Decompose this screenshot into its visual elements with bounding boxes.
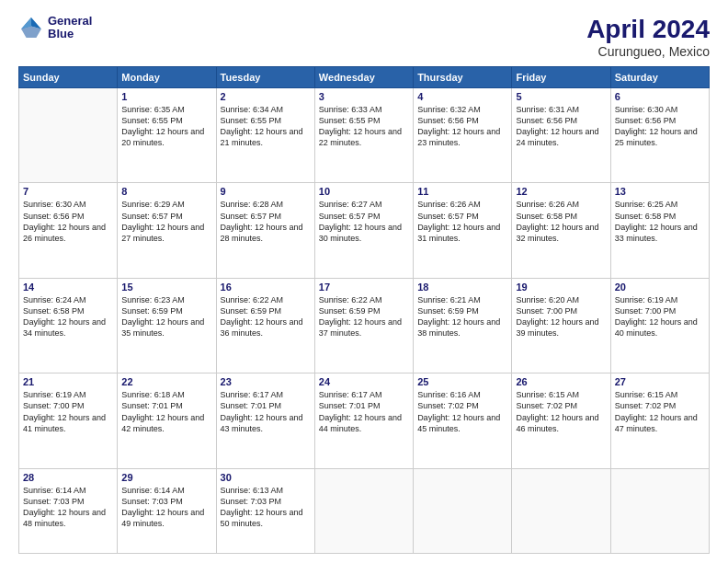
day-number: 17 [319, 282, 409, 293]
day-info: Sunrise: 6:21 AM Sunset: 6:59 PM Dayligh… [417, 294, 507, 339]
day-info: Sunrise: 6:31 AM Sunset: 6:56 PM Dayligh… [516, 104, 606, 149]
calendar-cell [414, 468, 512, 553]
day-number: 15 [121, 282, 211, 293]
day-number: 24 [319, 376, 409, 387]
logo-line1: General [48, 15, 92, 28]
day-number: 2 [221, 91, 311, 102]
day-info: Sunrise: 6:18 AM Sunset: 7:01 PM Dayligh… [121, 389, 211, 434]
day-number: 6 [615, 91, 705, 102]
day-info: Sunrise: 6:29 AM Sunset: 6:57 PM Dayligh… [121, 199, 211, 244]
day-number: 27 [615, 376, 705, 387]
day-number: 1 [121, 91, 211, 102]
calendar-cell: 18Sunrise: 6:21 AM Sunset: 6:59 PM Dayli… [414, 278, 512, 373]
calendar-cell [314, 468, 413, 553]
logo-icon [18, 15, 44, 40]
day-number: 18 [417, 282, 507, 293]
day-info: Sunrise: 6:33 AM Sunset: 6:55 PM Dayligh… [319, 104, 409, 149]
day-info: Sunrise: 6:30 AM Sunset: 6:56 PM Dayligh… [615, 104, 705, 149]
calendar-cell: 25Sunrise: 6:16 AM Sunset: 7:02 PM Dayli… [414, 373, 512, 468]
day-number: 9 [221, 186, 311, 197]
calendar-cell [19, 88, 118, 183]
calendar-cell: 1Sunrise: 6:35 AM Sunset: 6:55 PM Daylig… [118, 88, 216, 183]
day-number: 7 [23, 186, 113, 197]
day-info: Sunrise: 6:24 AM Sunset: 6:58 PM Dayligh… [23, 294, 113, 339]
day-number: 29 [121, 472, 211, 483]
day-info: Sunrise: 6:30 AM Sunset: 6:56 PM Dayligh… [23, 199, 113, 244]
day-info: Sunrise: 6:26 AM Sunset: 6:57 PM Dayligh… [417, 199, 507, 244]
calendar-cell: 9Sunrise: 6:28 AM Sunset: 6:57 PM Daylig… [216, 183, 314, 278]
page: General Blue April 2024 Curungueo, Mexic… [0, 0, 728, 563]
day-info: Sunrise: 6:14 AM Sunset: 7:03 PM Dayligh… [23, 485, 113, 530]
day-info: Sunrise: 6:22 AM Sunset: 6:59 PM Dayligh… [221, 294, 311, 339]
calendar-cell: 21Sunrise: 6:19 AM Sunset: 7:00 PM Dayli… [19, 373, 118, 468]
day-number: 25 [417, 376, 507, 387]
calendar-cell: 20Sunrise: 6:19 AM Sunset: 7:00 PM Dayli… [610, 278, 709, 373]
day-number: 14 [23, 282, 113, 293]
day-info: Sunrise: 6:19 AM Sunset: 7:00 PM Dayligh… [23, 389, 113, 434]
day-number: 10 [319, 186, 409, 197]
day-info: Sunrise: 6:14 AM Sunset: 7:03 PM Dayligh… [121, 485, 211, 530]
calendar-week-row: 14Sunrise: 6:24 AM Sunset: 6:58 PM Dayli… [19, 278, 710, 373]
day-info: Sunrise: 6:22 AM Sunset: 6:59 PM Dayligh… [319, 294, 409, 339]
calendar-cell: 11Sunrise: 6:26 AM Sunset: 6:57 PM Dayli… [414, 183, 512, 278]
calendar-table: SundayMondayTuesdayWednesdayThursdayFrid… [18, 66, 710, 554]
day-info: Sunrise: 6:15 AM Sunset: 7:02 PM Dayligh… [516, 389, 606, 434]
calendar-cell: 5Sunrise: 6:31 AM Sunset: 6:56 PM Daylig… [512, 88, 610, 183]
weekday-header: Monday [118, 67, 216, 88]
day-info: Sunrise: 6:32 AM Sunset: 6:56 PM Dayligh… [417, 104, 507, 149]
day-info: Sunrise: 6:35 AM Sunset: 6:55 PM Dayligh… [121, 104, 211, 149]
weekday-header: Wednesday [314, 67, 413, 88]
day-number: 4 [417, 91, 507, 102]
subtitle: Curungueo, Mexico [586, 44, 710, 59]
header: General Blue April 2024 Curungueo, Mexic… [18, 15, 710, 59]
main-title: April 2024 [586, 15, 710, 44]
day-number: 3 [319, 91, 409, 102]
logo-text: General Blue [48, 15, 92, 41]
calendar-cell: 23Sunrise: 6:17 AM Sunset: 7:01 PM Dayli… [216, 373, 314, 468]
calendar-cell: 15Sunrise: 6:23 AM Sunset: 6:59 PM Dayli… [118, 278, 216, 373]
calendar-cell: 3Sunrise: 6:33 AM Sunset: 6:55 PM Daylig… [314, 88, 413, 183]
day-number: 21 [23, 376, 113, 387]
calendar-week-row: 21Sunrise: 6:19 AM Sunset: 7:00 PM Dayli… [19, 373, 710, 468]
calendar-week-row: 1Sunrise: 6:35 AM Sunset: 6:55 PM Daylig… [19, 88, 710, 183]
day-number: 20 [615, 282, 705, 293]
calendar-cell: 17Sunrise: 6:22 AM Sunset: 6:59 PM Dayli… [314, 278, 413, 373]
day-number: 19 [516, 282, 606, 293]
day-info: Sunrise: 6:13 AM Sunset: 7:03 PM Dayligh… [221, 485, 311, 530]
day-info: Sunrise: 6:16 AM Sunset: 7:02 PM Dayligh… [417, 389, 507, 434]
day-number: 16 [221, 282, 311, 293]
calendar-cell: 22Sunrise: 6:18 AM Sunset: 7:01 PM Dayli… [118, 373, 216, 468]
weekday-header: Sunday [19, 67, 118, 88]
calendar-cell: 2Sunrise: 6:34 AM Sunset: 6:55 PM Daylig… [216, 88, 314, 183]
day-number: 12 [516, 186, 606, 197]
day-info: Sunrise: 6:17 AM Sunset: 7:01 PM Dayligh… [221, 389, 311, 434]
weekday-header: Tuesday [216, 67, 314, 88]
day-number: 26 [516, 376, 606, 387]
weekday-header: Saturday [610, 67, 709, 88]
day-number: 28 [23, 472, 113, 483]
calendar-cell: 10Sunrise: 6:27 AM Sunset: 6:57 PM Dayli… [314, 183, 413, 278]
day-info: Sunrise: 6:34 AM Sunset: 6:55 PM Dayligh… [221, 104, 311, 149]
calendar-cell [610, 468, 709, 553]
weekday-header: Friday [512, 67, 610, 88]
day-number: 5 [516, 91, 606, 102]
calendar-cell: 19Sunrise: 6:20 AM Sunset: 7:00 PM Dayli… [512, 278, 610, 373]
day-number: 11 [417, 186, 507, 197]
day-info: Sunrise: 6:27 AM Sunset: 6:57 PM Dayligh… [319, 199, 409, 244]
calendar-cell: 7Sunrise: 6:30 AM Sunset: 6:56 PM Daylig… [19, 183, 118, 278]
title-area: April 2024 Curungueo, Mexico [586, 15, 710, 59]
calendar-week-row: 28Sunrise: 6:14 AM Sunset: 7:03 PM Dayli… [19, 468, 710, 553]
calendar-cell: 13Sunrise: 6:25 AM Sunset: 6:58 PM Dayli… [610, 183, 709, 278]
day-info: Sunrise: 6:20 AM Sunset: 7:00 PM Dayligh… [516, 294, 606, 339]
logo: General Blue [18, 15, 92, 41]
day-info: Sunrise: 6:17 AM Sunset: 7:01 PM Dayligh… [319, 389, 409, 434]
calendar-cell: 8Sunrise: 6:29 AM Sunset: 6:57 PM Daylig… [118, 183, 216, 278]
calendar-week-row: 7Sunrise: 6:30 AM Sunset: 6:56 PM Daylig… [19, 183, 710, 278]
calendar-cell: 24Sunrise: 6:17 AM Sunset: 7:01 PM Dayli… [314, 373, 413, 468]
calendar-cell: 6Sunrise: 6:30 AM Sunset: 6:56 PM Daylig… [610, 88, 709, 183]
day-number: 8 [121, 186, 211, 197]
calendar-cell: 14Sunrise: 6:24 AM Sunset: 6:58 PM Dayli… [19, 278, 118, 373]
day-info: Sunrise: 6:15 AM Sunset: 7:02 PM Dayligh… [615, 389, 705, 434]
day-info: Sunrise: 6:26 AM Sunset: 6:58 PM Dayligh… [516, 199, 606, 244]
calendar-cell: 30Sunrise: 6:13 AM Sunset: 7:03 PM Dayli… [216, 468, 314, 553]
